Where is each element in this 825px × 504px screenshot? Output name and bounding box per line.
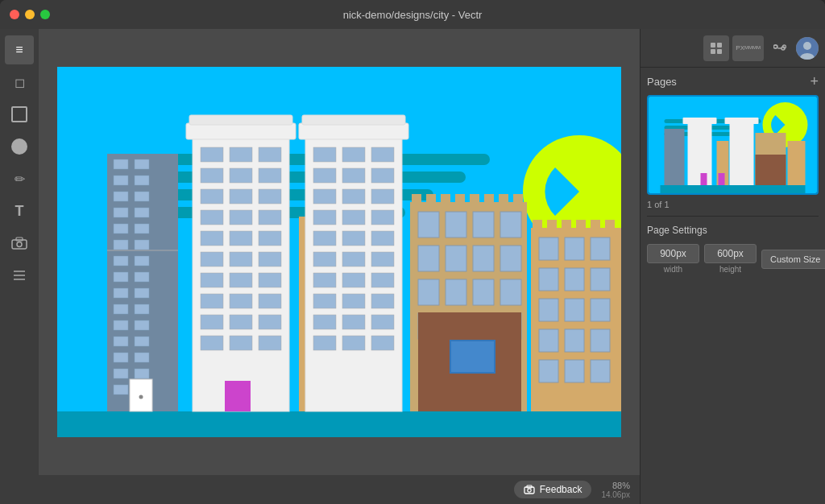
svg-rect-213 [719,173,725,185]
svg-rect-208 [725,118,759,124]
svg-rect-51 [201,168,223,183]
svg-rect-149 [473,246,494,271]
svg-rect-171 [539,268,558,291]
svg-rect-162 [533,220,542,229]
svg-rect-150 [500,246,521,271]
svg-rect-14 [114,159,128,169]
page-thumbnail[interactable] [647,95,819,195]
canvas[interactable] [57,67,621,437]
page-settings-row: width height Custom Size A4 Letter 1080p [647,244,819,274]
svg-rect-110 [313,189,336,204]
svg-rect-25 [135,240,149,250]
height-field: height [704,244,757,274]
svg-rect-172 [565,268,584,291]
camera-tool-button[interactable] [5,229,34,258]
svg-rect-42 [114,385,128,395]
svg-rect-114 [342,210,365,225]
svg-rect-66 [201,273,223,287]
svg-rect-47 [189,115,292,125]
svg-rect-143 [418,212,439,238]
svg-rect-153 [473,279,494,305]
svg-rect-181 [565,360,584,382]
svg-rect-165 [576,220,586,229]
svg-rect-39 [135,353,149,362]
window-controls [10,10,50,19]
svg-rect-207 [730,122,754,185]
height-input[interactable] [704,244,757,263]
svg-rect-64 [230,252,252,266]
svg-rect-102 [299,123,408,139]
svg-rect-113 [313,210,336,225]
menu-tool-button[interactable]: ≡ [5,35,34,64]
svg-rect-56 [259,189,281,204]
grid-view-button[interactable] [703,35,729,61]
grid-icon [710,42,723,55]
size-select[interactable]: Custom Size A4 Letter 1080p [761,250,825,269]
ellipse-tool-button[interactable] [11,138,27,155]
svg-rect-131 [313,336,336,350]
svg-rect-148 [446,246,466,271]
feedback-button[interactable]: Feedback [514,481,592,498]
svg-rect-145 [473,212,494,238]
svg-rect-69 [201,294,223,308]
width-label: width [647,265,699,274]
camera-icon [524,485,535,494]
page-count-label: 1 of 1 [647,200,819,209]
svg-rect-202 [661,185,806,193]
close-button[interactable] [10,10,19,19]
maximize-button[interactable] [40,10,50,19]
svg-rect-32 [114,304,128,314]
svg-rect-57 [201,210,223,225]
svg-rect-55 [230,189,252,204]
svg-rect-33 [135,304,149,314]
svg-rect-146 [500,212,521,238]
svg-rect-116 [313,231,336,246]
minimize-button[interactable] [25,10,35,19]
svg-rect-77 [259,336,281,350]
svg-rect-167 [605,220,615,229]
svg-rect-182 [591,360,610,382]
pen-tool-button[interactable]: ✏ [5,164,34,193]
svg-rect-178 [565,329,584,352]
svg-rect-62 [259,231,281,246]
svg-rect-174 [539,299,558,321]
svg-point-184 [139,395,143,399]
canvas-area: Feedback 88% 14.06px [39,29,640,504]
svg-rect-133 [371,336,394,350]
svg-rect-151 [418,279,439,305]
svg-rect-115 [371,210,394,225]
svg-rect-164 [562,220,571,229]
svg-rect-190 [711,49,715,54]
layers-tool-button[interactable] [5,261,34,290]
svg-rect-122 [313,273,336,287]
px-units-button[interactable]: PX MMMM [732,35,764,61]
svg-rect-75 [201,336,223,350]
svg-rect-173 [591,268,610,291]
svg-rect-63 [201,252,223,266]
link-button[interactable] [767,35,793,61]
svg-rect-37 [135,337,149,346]
add-page-button[interactable]: + [810,74,819,89]
svg-rect-21 [135,208,149,217]
svg-rect-36 [114,337,128,346]
svg-rect-71 [259,294,281,308]
svg-rect-144 [446,212,466,238]
svg-rect-106 [371,147,394,162]
svg-rect-132 [342,336,365,350]
canvas-wrapper [39,29,640,475]
svg-rect-160 [450,341,495,373]
svg-rect-72 [201,315,223,329]
svg-rect-17 [135,176,149,185]
svg-rect-65 [259,252,281,266]
svg-rect-128 [313,315,336,329]
text-tool-button[interactable]: T [5,196,34,225]
size-field: Custom Size A4 Letter 1080p [761,250,825,269]
select-tool-button[interactable]: ◻ [5,68,34,97]
svg-rect-126 [342,294,365,308]
svg-rect-107 [313,168,336,183]
svg-rect-211 [788,141,806,185]
svg-rect-191 [717,49,722,54]
svg-rect-179 [591,329,610,352]
width-input[interactable] [647,244,699,263]
rectangle-tool-button[interactable] [11,106,27,122]
